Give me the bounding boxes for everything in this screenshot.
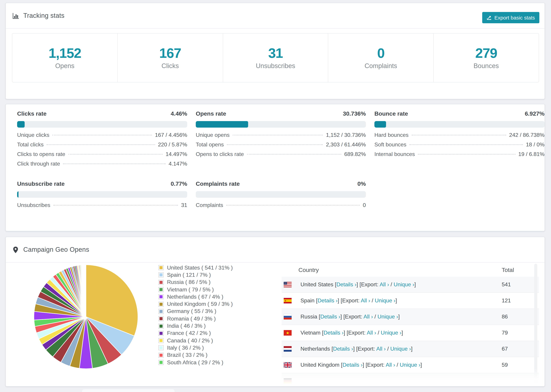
country-cell: United Kingdom [Details ›] [Export: All … <box>300 362 502 368</box>
rate-detail-value: 14.497% <box>166 151 187 157</box>
bracket: [ <box>332 346 333 352</box>
export-unique-link[interactable]: Unique › <box>394 281 414 287</box>
rate-section-complaints: Complaints rate0%Complaints0 <box>196 181 366 212</box>
dotted-leader <box>53 205 178 206</box>
legend-swatch <box>158 345 164 350</box>
stat-value: 1,152 <box>49 46 81 60</box>
country-cell: Spain [Details ›] [Export: All › / Uniqu… <box>300 298 502 304</box>
rate-title: Clicks rate <box>17 111 47 117</box>
dotted-leader <box>53 135 152 135</box>
bracket: [ <box>341 362 343 368</box>
rate-detail-label: Internal bounces <box>374 151 415 157</box>
table-row-us: United States [Details ›] [Export: All ›… <box>282 277 539 293</box>
legend-label: France ( 42 / 2% ) <box>167 330 211 336</box>
details-link[interactable]: Details › <box>320 314 340 320</box>
rate-detail-value: 4.147% <box>169 161 187 167</box>
export-all-link[interactable]: All › <box>363 314 373 320</box>
export-all-link[interactable]: All › <box>386 362 395 368</box>
progress-bar-fill <box>374 121 386 128</box>
page-bottom-element <box>82 389 175 392</box>
dotted-leader <box>410 144 523 145</box>
geo-header: Campaign Geo Opens <box>6 237 544 263</box>
legend-label: Vietnam ( 79 / 5% ) <box>167 287 214 293</box>
table-row-vn: Vietnam [Details ›] [Export: All › / Uni… <box>282 325 539 341</box>
rate-detail-value: 220 / 5.87% <box>158 142 187 148</box>
legend-label: Germany ( 55 / 3% ) <box>167 308 216 315</box>
legend-label: Spain ( 121 / 7% ) <box>167 272 211 278</box>
progress-bar-complaints <box>196 191 366 198</box>
export-unique-link[interactable]: Unique › <box>381 330 402 336</box>
export-all-link[interactable]: All › <box>361 298 370 303</box>
details-link[interactable]: Details › <box>343 362 363 368</box>
legend-item: India ( 46 / 3% ) <box>158 322 233 330</box>
rate-detail-label: Soft bounces <box>374 142 406 148</box>
rate-detail-row: Unique clicks167 / 4.456% <box>17 132 187 142</box>
legend-swatch <box>158 301 164 307</box>
export-all-link[interactable]: All › <box>376 346 386 352</box>
export-basic-stats-button[interactable]: Export basic stats <box>482 12 539 23</box>
country-name: Spain <box>300 298 316 303</box>
legend-swatch <box>158 323 164 329</box>
geo-title: Campaign Geo Opens <box>23 246 89 253</box>
total-cell: 67 <box>502 346 539 352</box>
details-link[interactable]: Details › <box>336 281 356 287</box>
legend-swatch <box>158 287 164 292</box>
rate-detail-value: 1,152 / 30.736% <box>326 132 366 138</box>
stat-label: Complaints <box>365 62 397 70</box>
total-cell: 59 <box>502 362 539 368</box>
rate-detail-value: 2,303 / 61.446% <box>326 142 366 148</box>
rate-section-unsubscribe: Unsubscribe rate0.77%Unsubscribes31 <box>17 181 187 212</box>
total-column-header: Total <box>502 267 539 274</box>
stat-value: 0 <box>377 46 384 60</box>
dotted-leader <box>233 135 323 135</box>
dotted-leader <box>68 154 162 155</box>
dashboard-page: Tracking stats Export basic stats 1,152O… <box>0 0 551 392</box>
rate-detail-label: Unsubscribes <box>17 202 50 208</box>
details-link[interactable]: Details › <box>324 330 344 336</box>
progress-bar-unsubscribe <box>17 191 187 198</box>
export-icon <box>487 15 492 20</box>
bracket: ] [Export: <box>353 346 376 352</box>
rate-detail-row: Total opens2,303 / 61.446% <box>196 142 366 151</box>
export-all-link[interactable]: All › <box>367 330 376 336</box>
legend-item: Vietnam ( 79 / 5% ) <box>158 286 233 293</box>
bracket: ] [Export: <box>344 330 367 336</box>
campaign-geo-opens-card: Campaign Geo Opens United States ( 541 /… <box>6 237 545 386</box>
legend-item: South Africa ( 29 / 2% ) <box>158 359 233 366</box>
export-unique-link[interactable]: Unique › <box>390 346 411 352</box>
details-link[interactable]: Details › <box>318 298 338 303</box>
progress-bar-bounce <box>374 121 544 128</box>
dotted-leader <box>418 154 515 155</box>
table-row-es: Spain [Details ›] [Export: All › / Uniqu… <box>282 293 539 309</box>
rate-detail-row: Complaints0 <box>196 202 366 212</box>
country-cell: United States [Details ›] [Export: All ›… <box>300 281 502 288</box>
nl-flag-icon <box>284 346 292 352</box>
es-flag-icon <box>284 298 292 303</box>
rate-head: Opens rate30.736% <box>196 111 366 117</box>
export-unique-link[interactable]: Unique › <box>377 314 398 320</box>
legend-swatch <box>158 360 164 365</box>
rate-value: 6.927% <box>525 111 544 117</box>
table-scrollbar[interactable] <box>534 264 537 384</box>
export-all-link[interactable]: All › <box>380 281 389 287</box>
legend-label: Brazil ( 33 / 2% ) <box>167 352 208 358</box>
legend-label: Russia ( 86 / 5% ) <box>167 279 211 285</box>
stat-tile-unsubscribes: 31Unsubscribes <box>223 34 328 82</box>
legend-item: Spain ( 121 / 7% ) <box>158 271 233 279</box>
dotted-leader <box>226 205 360 206</box>
legend-swatch <box>158 273 164 278</box>
export-unique-link[interactable]: Unique › <box>375 298 396 303</box>
legend-label: United States ( 541 / 31% ) <box>167 265 233 271</box>
details-link[interactable]: Details › <box>333 346 353 352</box>
table-row-ru: Russia [Details ›] [Export: All › / Uniq… <box>282 309 539 325</box>
dotted-leader <box>47 144 155 145</box>
total-cell: 86 <box>502 314 539 320</box>
stat-tile-clicks: 167Clicks <box>117 34 223 82</box>
export-unique-link[interactable]: Unique › <box>400 362 420 368</box>
rate-detail-label: Opens to clicks rate <box>196 151 244 157</box>
legend-swatch <box>158 338 164 343</box>
legend-label: Netherlands ( 67 / 4% ) <box>167 294 223 300</box>
dotted-leader <box>411 135 506 135</box>
rate-detail-label: Total opens <box>196 142 224 148</box>
pie-slice-other <box>86 265 86 317</box>
